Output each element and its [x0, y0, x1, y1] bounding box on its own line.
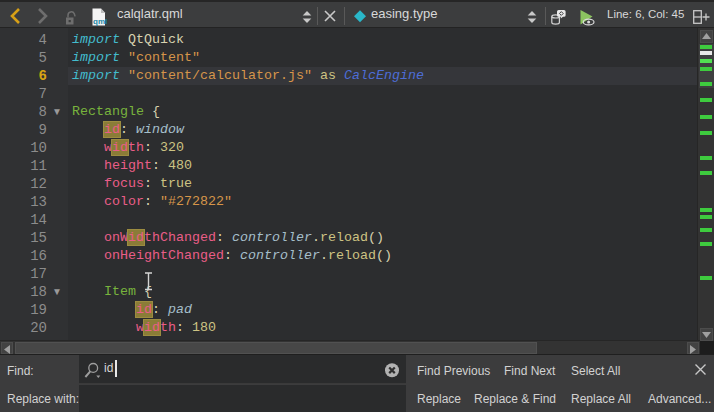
- svg-text:qml: qml: [93, 17, 107, 26]
